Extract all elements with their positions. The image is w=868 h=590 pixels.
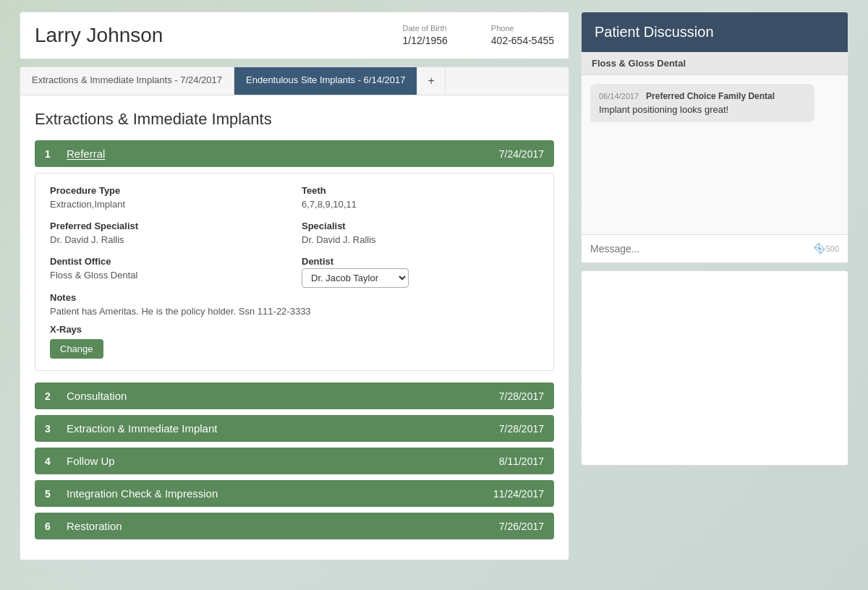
notes-value: Patient has Ameritas. He is the policy h… bbox=[50, 306, 539, 317]
referral-details: Procedure Type Extraction,Implant Teeth … bbox=[35, 173, 554, 371]
step-date-5: 11/24/2017 bbox=[493, 488, 544, 500]
phone-label: Phone bbox=[491, 24, 554, 33]
right-panel: Patient Discussion Floss & Gloss Dental … bbox=[581, 12, 848, 466]
tab-extractions[interactable]: Extractions & Immediate Implants - 7/24/… bbox=[20, 67, 234, 95]
message-date-0: 06/14/2017 bbox=[599, 92, 639, 101]
preferred-specialist-label: Preferred Specialist bbox=[50, 221, 287, 231]
step-number-3: 3 bbox=[45, 423, 56, 435]
dentist-office-value: Floss & Gloss Dental bbox=[50, 270, 137, 281]
send-area: ✉ 500 bbox=[814, 241, 839, 257]
message-input-row: ✉ 500 bbox=[582, 234, 848, 262]
step-number-6: 6 bbox=[45, 521, 56, 532]
specialist: Specialist Dr. David J. Rallis bbox=[302, 221, 539, 246]
message-meta-0: 06/14/2017 Preferred Choice Family Denta… bbox=[599, 91, 806, 101]
phone-group: Phone 402-654-5455 bbox=[491, 24, 554, 47]
dob-label: Date of Birth bbox=[403, 24, 448, 33]
message-bubble-0: 06/14/2017 Preferred Choice Family Denta… bbox=[590, 84, 814, 122]
step-date-3: 7/28/2017 bbox=[499, 423, 544, 435]
tabs-bar: Extractions & Immediate Implants - 7/24/… bbox=[20, 67, 569, 95]
procedure-type-value: Extraction,Implant bbox=[50, 199, 125, 210]
dob-group: Date of Birth 1/12/1956 bbox=[403, 24, 448, 47]
step-row-5[interactable]: 5 Integration Check & Impression 11/24/2… bbox=[35, 480, 554, 507]
patient-name: Larry Johnson bbox=[35, 24, 403, 47]
extra-panel bbox=[581, 270, 848, 466]
step-label-3: Extraction & Immediate Implant bbox=[67, 422, 499, 435]
preferred-specialist-value: Dr. David J. Rallis bbox=[50, 234, 124, 245]
message-input[interactable] bbox=[590, 243, 814, 255]
step-row-3[interactable]: 3 Extraction & Immediate Implant 7/28/20… bbox=[35, 415, 554, 442]
step-label-4: Follow Up bbox=[67, 455, 499, 467]
tab-add-button[interactable]: + bbox=[417, 67, 445, 95]
teeth-label: Teeth bbox=[302, 185, 539, 196]
dob-value: 1/12/1956 bbox=[403, 35, 448, 46]
specialist-label: Specialist bbox=[302, 221, 539, 231]
procedure-type-label: Procedure Type bbox=[50, 185, 287, 196]
patient-header: Larry Johnson Date of Birth 1/12/1956 Ph… bbox=[20, 12, 569, 59]
step-label-1: Referral bbox=[67, 148, 499, 160]
dentist-office-label: Dentist Office bbox=[50, 256, 287, 267]
step-date-4: 8/11/2017 bbox=[499, 456, 544, 467]
teeth: Teeth 6,7,8,9,10,11 bbox=[302, 185, 539, 210]
notes-label: Notes bbox=[50, 292, 539, 303]
xrays-label: X-Rays bbox=[50, 324, 539, 335]
discussion-header: Patient Discussion bbox=[582, 12, 848, 52]
tab-endentulous[interactable]: Endentulous Site Implants - 6/14/2017 bbox=[234, 67, 417, 95]
left-panel: Larry Johnson Date of Birth 1/12/1956 Ph… bbox=[20, 12, 569, 560]
dentist-select[interactable]: Dr. Jacob Taylor bbox=[302, 268, 409, 288]
xrays-section: X-Rays Change bbox=[50, 324, 539, 359]
step-date-1: 7/24/2017 bbox=[499, 148, 544, 160]
step-number-2: 2 bbox=[45, 390, 56, 402]
step-row-1[interactable]: 1 Referral 7/24/2017 bbox=[35, 140, 554, 167]
dentist: Dentist Dr. Jacob Taylor bbox=[302, 256, 539, 288]
message-sender-0: Preferred Choice Family Dental bbox=[646, 91, 775, 101]
preferred-specialist: Preferred Specialist Dr. David J. Rallis bbox=[50, 221, 287, 246]
tabs-container: Extractions & Immediate Implants - 7/24/… bbox=[20, 67, 569, 560]
step-row-6[interactable]: 6 Restoration 7/26/2017 bbox=[35, 513, 554, 539]
step-number-4: 4 bbox=[45, 456, 56, 467]
discussion-clinic: Floss & Gloss Dental bbox=[582, 52, 848, 75]
dentist-office: Dentist Office Floss & Gloss Dental bbox=[50, 256, 287, 288]
step-row-2[interactable]: 2 Consultation 7/28/2017 bbox=[35, 382, 554, 409]
step-label-2: Consultation bbox=[67, 390, 499, 402]
message-text-0: Implant positioning looks great! bbox=[599, 104, 806, 115]
section-title: Extractions & Immediate Implants bbox=[35, 110, 554, 129]
procedure-type: Procedure Type Extraction,Implant bbox=[50, 185, 287, 210]
notes-section: Notes Patient has Ameritas. He is the po… bbox=[50, 292, 539, 317]
step-date-2: 7/28/2017 bbox=[499, 390, 544, 402]
step-number-5: 5 bbox=[45, 488, 56, 500]
change-xrays-button[interactable]: Change bbox=[50, 339, 103, 359]
send-icon[interactable]: ✉ bbox=[809, 239, 828, 258]
phone-value: 402-654-5455 bbox=[491, 35, 554, 46]
step-number-1: 1 bbox=[45, 148, 56, 160]
teeth-value: 6,7,8,9,10,11 bbox=[302, 199, 357, 210]
tab-content: Extractions & Immediate Implants 1 Refer… bbox=[20, 95, 569, 560]
step-label-6: Restoration bbox=[67, 520, 499, 532]
step-row-4[interactable]: 4 Follow Up 8/11/2017 bbox=[35, 448, 554, 474]
step-label-5: Integration Check & Impression bbox=[67, 487, 493, 500]
discussion-panel: Patient Discussion Floss & Gloss Dental … bbox=[581, 12, 848, 263]
dentist-label: Dentist bbox=[302, 256, 539, 267]
step-date-6: 7/26/2017 bbox=[499, 521, 544, 532]
messages-area: 06/14/2017 Preferred Choice Family Denta… bbox=[582, 75, 848, 234]
specialist-value: Dr. David J. Rallis bbox=[302, 234, 376, 245]
patient-meta: Date of Birth 1/12/1956 Phone 402-654-54… bbox=[403, 24, 554, 47]
details-grid: Procedure Type Extraction,Implant Teeth … bbox=[50, 185, 539, 288]
